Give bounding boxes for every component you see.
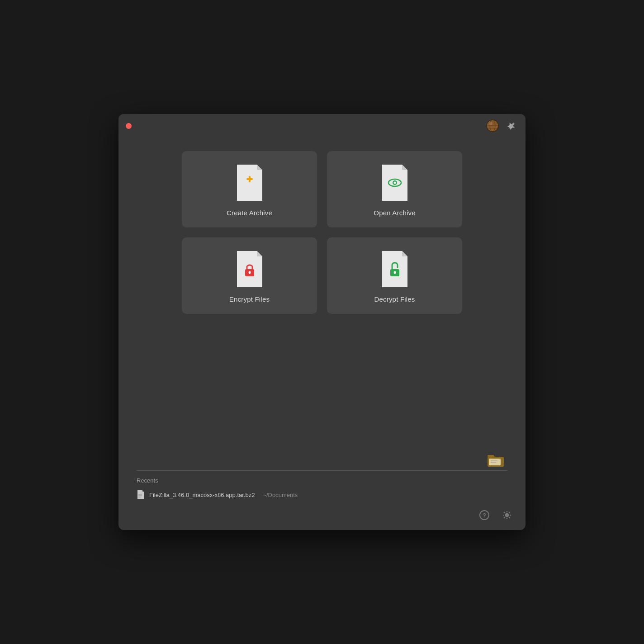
recent-path: ~/Documents [263, 492, 298, 498]
gear-icon [502, 510, 512, 520]
main-content: Create Archive Open Archive [118, 137, 526, 448]
pin-svg [507, 121, 516, 130]
help-icon: ? [479, 510, 489, 520]
titlebar-right [486, 119, 518, 133]
folder-svg [488, 453, 504, 468]
open-archive-icon [379, 165, 411, 201]
recents-heading: Recents [137, 477, 507, 484]
create-archive-button[interactable]: Create Archive [182, 151, 317, 227]
encrypt-files-label: Encrypt Files [229, 295, 270, 303]
traffic-lights [126, 123, 151, 129]
create-archive-label: Create Archive [227, 209, 272, 217]
open-archive-label: Open Archive [374, 209, 415, 217]
svg-rect-17 [249, 272, 250, 274]
open-folder-button[interactable] [488, 453, 504, 468]
recents-divider [137, 470, 507, 471]
encrypt-files-svg [233, 251, 266, 287]
svg-text:?: ? [483, 512, 486, 519]
decrypt-files-label: Decrypt Files [374, 295, 415, 303]
svg-rect-11 [249, 176, 251, 182]
svg-rect-20 [394, 272, 395, 274]
pin-icon[interactable] [505, 119, 518, 133]
titlebar [118, 114, 526, 137]
globe-svg [486, 119, 499, 133]
settings-button[interactable] [499, 507, 515, 523]
encrypt-files-icon [233, 251, 266, 287]
open-archive-svg [379, 165, 411, 201]
recent-file-icon [137, 490, 145, 499]
close-button[interactable] [126, 123, 132, 129]
globe-icon[interactable] [486, 119, 499, 133]
svg-point-14 [393, 182, 396, 184]
svg-line-9 [509, 127, 510, 128]
bottom-toolbar [137, 453, 507, 468]
help-button[interactable]: ? [477, 507, 492, 523]
decrypt-files-button[interactable]: Decrypt Files [327, 237, 462, 314]
create-archive-svg [233, 165, 266, 201]
main-window: Create Archive Open Archive [118, 114, 526, 530]
create-archive-icon [233, 165, 266, 201]
decrypt-files-svg [379, 251, 411, 287]
recent-filename: FileZilla_3.46.0_macosx-x86.app.tar.bz2 [149, 492, 255, 498]
footer: ? [118, 500, 526, 530]
recent-item[interactable]: FileZilla_3.46.0_macosx-x86.app.tar.bz2 … [137, 489, 507, 500]
open-archive-button[interactable]: Open Archive [327, 151, 462, 227]
encrypt-files-button[interactable]: Encrypt Files [182, 237, 317, 314]
action-grid: Create Archive Open Archive [182, 151, 462, 314]
bottom-section: Recents FileZilla_3.46.0_macosx-x86.app.… [118, 453, 526, 500]
decrypt-files-icon [379, 251, 411, 287]
